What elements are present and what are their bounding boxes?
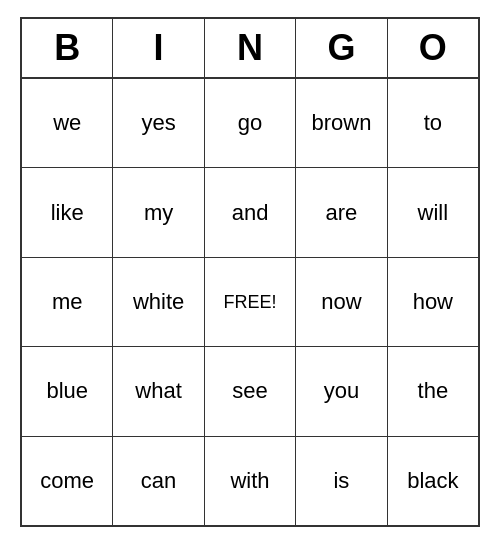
bingo-row-4: blue what see you the bbox=[22, 347, 478, 436]
bingo-row-2: like my and are will bbox=[22, 168, 478, 257]
cell-2-4: are bbox=[296, 168, 387, 256]
cell-4-2: what bbox=[113, 347, 204, 435]
cell-1-1: we bbox=[22, 79, 113, 167]
cell-2-5: will bbox=[388, 168, 478, 256]
cell-5-3: with bbox=[205, 437, 296, 525]
bingo-body: we yes go brown to like my and are will … bbox=[22, 79, 478, 525]
cell-1-3: go bbox=[205, 79, 296, 167]
cell-4-3: see bbox=[205, 347, 296, 435]
cell-2-2: my bbox=[113, 168, 204, 256]
header-o: O bbox=[388, 19, 478, 77]
cell-4-4: you bbox=[296, 347, 387, 435]
bingo-card: B I N G O we yes go brown to like my and… bbox=[20, 17, 480, 527]
cell-5-2: can bbox=[113, 437, 204, 525]
cell-2-1: like bbox=[22, 168, 113, 256]
bingo-header: B I N G O bbox=[22, 19, 478, 79]
cell-4-1: blue bbox=[22, 347, 113, 435]
cell-1-5: to bbox=[388, 79, 478, 167]
cell-5-1: come bbox=[22, 437, 113, 525]
header-i: I bbox=[113, 19, 204, 77]
cell-4-5: the bbox=[388, 347, 478, 435]
header-b: B bbox=[22, 19, 113, 77]
header-n: N bbox=[205, 19, 296, 77]
bingo-row-1: we yes go brown to bbox=[22, 79, 478, 168]
cell-2-3: and bbox=[205, 168, 296, 256]
cell-3-4: now bbox=[296, 258, 387, 346]
cell-3-2: white bbox=[113, 258, 204, 346]
bingo-row-5: come can with is black bbox=[22, 437, 478, 525]
cell-3-3-free: FREE! bbox=[205, 258, 296, 346]
cell-1-4: brown bbox=[296, 79, 387, 167]
cell-5-5: black bbox=[388, 437, 478, 525]
cell-1-2: yes bbox=[113, 79, 204, 167]
cell-3-1: me bbox=[22, 258, 113, 346]
cell-3-5: how bbox=[388, 258, 478, 346]
cell-5-4: is bbox=[296, 437, 387, 525]
header-g: G bbox=[296, 19, 387, 77]
bingo-row-3: me white FREE! now how bbox=[22, 258, 478, 347]
